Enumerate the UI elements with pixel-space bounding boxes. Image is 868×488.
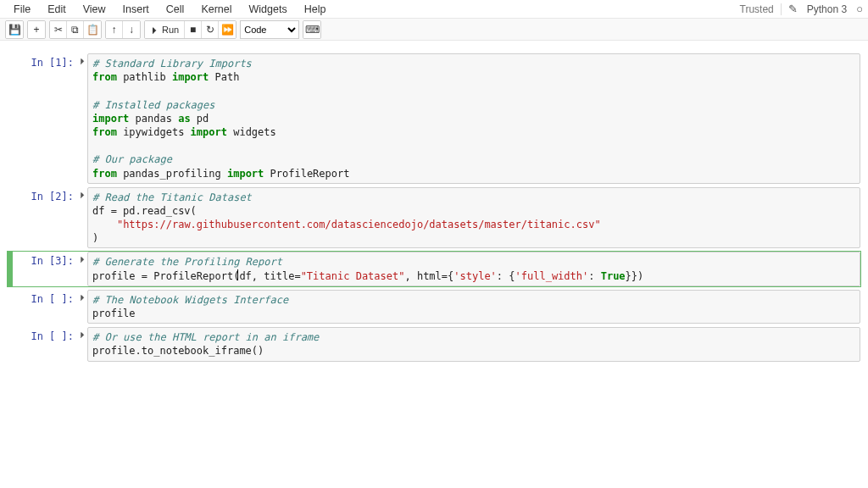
- move-down-button[interactable]: ↓: [123, 21, 140, 38]
- code-input[interactable]: # Standard Library Imports from pathlib …: [87, 53, 860, 184]
- code-cell-selected[interactable]: In [3]: ⏵ # Generate the Profiling Repor…: [7, 251, 861, 286]
- run-cell-icon[interactable]: ⏵: [79, 327, 87, 361]
- cut-button[interactable]: ✂: [50, 21, 67, 38]
- run-icon: ⏵: [150, 25, 159, 35]
- cell-prompt: In [ ]:: [13, 290, 79, 324]
- code-cell[interactable]: In [2]: ⏵ # Read the Titanic Dataset df …: [7, 186, 861, 250]
- menu-right: Trusted ✎ Python 3 ○: [740, 3, 863, 15]
- menu-kernel[interactable]: Kernel: [192, 1, 240, 18]
- menu-help[interactable]: Help: [296, 1, 335, 18]
- celltype-select[interactable]: Code: [240, 20, 299, 39]
- code-line: # Standard Library Imports: [92, 58, 252, 69]
- restart-run-all-button[interactable]: ⏩: [219, 21, 236, 38]
- restart-button[interactable]: ↻: [202, 21, 219, 38]
- code-input[interactable]: # Read the Titanic Dataset df = pd.read_…: [87, 187, 860, 249]
- code-input[interactable]: # Generate the Profiling Report profile …: [87, 252, 860, 286]
- cell-prompt: In [3]:: [13, 252, 79, 286]
- menu-widgets[interactable]: Widgets: [241, 1, 296, 18]
- text-cursor-icon: [237, 269, 238, 280]
- menu-file[interactable]: File: [5, 1, 39, 18]
- stop-icon: ■: [190, 24, 196, 36]
- arrow-up-icon: ↑: [112, 24, 117, 36]
- command-palette-button[interactable]: ⌨: [303, 21, 320, 38]
- restart-icon: ↻: [206, 24, 214, 36]
- menubar: File Edit View Insert Cell Kernel Widget…: [0, 0, 868, 19]
- run-cell-icon[interactable]: ⏵: [79, 187, 87, 249]
- code-cell[interactable]: In [ ]: ⏵ # Or use the HTML report in an…: [7, 326, 861, 362]
- stop-button[interactable]: ■: [185, 21, 202, 38]
- cell-prompt: In [ ]:: [13, 327, 79, 361]
- cell-prompt: In [2]:: [13, 187, 79, 249]
- run-button[interactable]: ⏵Run: [145, 21, 185, 38]
- run-cell-icon[interactable]: ⏵: [79, 252, 87, 286]
- menu-cell[interactable]: Cell: [158, 1, 193, 18]
- paste-icon: 📋: [86, 24, 99, 36]
- cell-prompt: In [1]:: [13, 53, 79, 184]
- move-up-button[interactable]: ↑: [106, 21, 123, 38]
- save-button[interactable]: 💾: [6, 21, 23, 38]
- run-label: Run: [162, 25, 179, 35]
- menu-left: File Edit View Insert Cell Kernel Widget…: [5, 1, 334, 18]
- kernel-idle-icon[interactable]: ○: [856, 3, 863, 15]
- toolbar: 💾 + ✂ ⧉ 📋 ↑ ↓ ⏵Run ■ ↻ ⏩ Code ⌨: [0, 19, 868, 41]
- menu-edit[interactable]: Edit: [39, 1, 75, 18]
- arrow-down-icon: ↓: [129, 24, 134, 36]
- run-cell-icon[interactable]: ⏵: [79, 290, 87, 324]
- edit-icon[interactable]: ✎: [788, 3, 798, 15]
- run-cell-icon[interactable]: ⏵: [79, 53, 87, 184]
- paste-button[interactable]: 📋: [84, 21, 101, 38]
- code-input[interactable]: # Or use the HTML report in an iframe pr…: [87, 327, 860, 361]
- code-input[interactable]: # The Notebook Widgets Interface profile: [87, 290, 860, 324]
- code-cell[interactable]: In [ ]: ⏵ # The Notebook Widgets Interfa…: [7, 289, 861, 324]
- add-cell-button[interactable]: +: [28, 21, 45, 38]
- save-icon: 💾: [8, 24, 21, 36]
- cut-icon: ✂: [54, 24, 63, 36]
- keyboard-icon: ⌨: [305, 24, 320, 36]
- menu-view[interactable]: View: [75, 1, 114, 18]
- copy-icon: ⧉: [71, 24, 79, 36]
- code-cell[interactable]: In [1]: ⏵ # Standard Library Imports fro…: [7, 53, 861, 185]
- kernel-name[interactable]: Python 3: [804, 3, 849, 15]
- menu-insert[interactable]: Insert: [114, 1, 158, 18]
- plus-icon: +: [33, 24, 39, 36]
- fastforward-icon: ⏩: [221, 24, 234, 36]
- notebook-container: In [1]: ⏵ # Standard Library Imports fro…: [0, 41, 868, 374]
- copy-button[interactable]: ⧉: [67, 21, 84, 38]
- trusted-indicator[interactable]: Trusted: [740, 3, 782, 15]
